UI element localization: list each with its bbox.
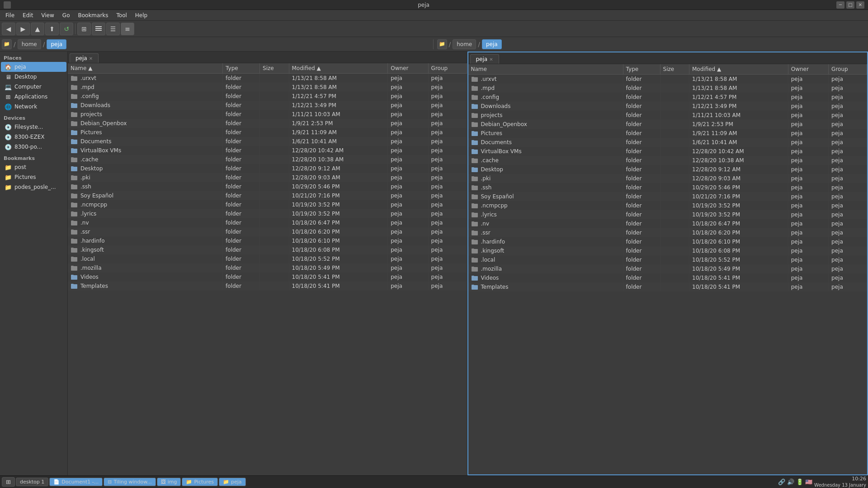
forward-button[interactable]: ▶ — [16, 23, 30, 35]
table-row[interactable]: projects folder 1/11/21 10:03 AM peja pe… — [468, 111, 867, 120]
table-row[interactable]: .cache folder 12/28/20 10:38 AM peja pej… — [468, 156, 867, 165]
menu-go[interactable]: Go — [59, 11, 74, 19]
left-col-modified[interactable]: Modified ▲ — [289, 63, 388, 74]
menu-tool[interactable]: Tool — [113, 11, 131, 19]
table-row[interactable]: .mozilla folder 10/18/20 5:49 PM peja pe… — [468, 264, 867, 273]
compact-view-button[interactable]: ≡ — [121, 23, 134, 35]
menu-bookmarks[interactable]: Bookmarks — [74, 11, 112, 19]
right-tab-peja[interactable]: peja ✕ — [470, 54, 499, 64]
sidebar-item-filesystem[interactable]: 💿 Filesyste... — [1, 122, 66, 132]
sidebar-item-peja[interactable]: 🏠 peja — [1, 62, 66, 72]
table-row[interactable]: Templates folder 10/18/20 5:41 PM peja p… — [468, 282, 867, 291]
left-home-btn[interactable]: home — [18, 39, 41, 49]
table-row[interactable]: Documents folder 1/6/21 10:41 AM peja pe… — [468, 138, 867, 147]
table-row[interactable]: .lyrics folder 10/19/20 3:52 PM peja pej… — [68, 209, 467, 218]
table-row[interactable]: Pictures folder 1/9/21 11:09 AM peja pej… — [68, 128, 467, 137]
taskbar-img[interactable]: 🖼 img — [157, 478, 181, 486]
table-row[interactable]: .lyrics folder 10/19/20 3:52 PM peja pej… — [468, 210, 867, 219]
taskbar-app-menu[interactable]: ⊞ — [2, 477, 15, 487]
taskbar-peja[interactable]: 📁 peja — [219, 478, 246, 486]
right-col-modified[interactable]: Modified ▲ — [689, 64, 788, 75]
home-button[interactable]: ⬆ — [45, 23, 59, 35]
menu-help[interactable]: Help — [132, 11, 151, 19]
sidebar-item-computer[interactable]: 💻 Computer — [1, 82, 66, 92]
table-row[interactable]: .ssr folder 10/18/20 6:20 PM peja peja — [468, 228, 867, 237]
table-row[interactable]: .kingsoft folder 10/18/20 6:08 PM peja p… — [468, 246, 867, 255]
left-col-type[interactable]: Type — [223, 63, 260, 74]
sidebar-item-podes[interactable]: 📁 podes_posle_... — [1, 182, 66, 192]
table-row[interactable]: Pictures folder 1/9/21 11:09 AM peja pej… — [468, 129, 867, 138]
sidebar-item-pictures-bookmark[interactable]: 📁 Pictures — [1, 172, 66, 182]
table-row[interactable]: .nv folder 10/18/20 6:47 PM peja peja — [468, 219, 867, 228]
table-row[interactable]: .urxvt folder 1/13/21 8:58 AM peja peja — [68, 74, 467, 83]
sidebar-item-8300ezex[interactable]: 💿 8300-EZEX — [1, 132, 66, 142]
left-col-name[interactable]: Name ▲ — [68, 63, 223, 74]
right-col-owner[interactable]: Owner — [788, 64, 828, 75]
table-row[interactable]: VirtualBox VMs folder 12/28/20 10:42 AM … — [468, 147, 867, 156]
table-row[interactable]: Templates folder 10/18/20 5:41 PM peja p… — [68, 282, 467, 291]
table-row[interactable]: .config folder 1/12/21 4:57 PM peja peja — [468, 93, 867, 102]
table-row[interactable]: .urxvt folder 1/13/21 8:58 AM peja peja — [468, 75, 867, 84]
sidebar-item-applications[interactable]: ⊞ Applications — [1, 92, 66, 102]
table-row[interactable]: .ssr folder 10/18/20 6:20 PM peja peja — [68, 227, 467, 236]
table-row[interactable]: .cache folder 12/28/20 10:38 AM peja pej… — [68, 155, 467, 164]
menu-edit[interactable]: Edit — [19, 11, 37, 19]
taskbar-desktop1[interactable]: desktop 1 — [16, 478, 48, 486]
table-row[interactable]: .config folder 1/12/21 4:57 PM peja peja — [68, 92, 467, 101]
taskbar-pictures[interactable]: 📁 Pictures — [182, 478, 218, 486]
list-view-button[interactable]: ☰ — [106, 23, 120, 35]
table-row[interactable]: Desktop folder 12/28/20 9:12 AM peja pej… — [468, 165, 867, 174]
taskbar-document1[interactable]: 📄 Document1 -... — [49, 478, 103, 486]
refresh-button[interactable]: ↺ — [60, 23, 73, 35]
right-tab-close[interactable]: ✕ — [489, 57, 493, 62]
table-row[interactable]: Desktop folder 12/28/20 9:12 AM peja pej… — [68, 164, 467, 173]
left-col-owner[interactable]: Owner — [388, 63, 428, 74]
right-col-type[interactable]: Type — [623, 64, 660, 75]
table-row[interactable]: projects folder 1/11/21 10:03 AM peja pe… — [68, 110, 467, 119]
sidebar-item-post[interactable]: 📁 post — [1, 162, 66, 172]
right-col-name[interactable]: Name — [468, 64, 623, 75]
left-col-size[interactable]: Size — [260, 63, 289, 74]
table-row[interactable]: .pki folder 12/28/20 9:03 AM peja peja — [68, 173, 467, 182]
up-button[interactable]: ▲ — [31, 23, 44, 35]
table-row[interactable]: Downloads folder 1/12/21 3:49 PM peja pe… — [68, 101, 467, 110]
close-button[interactable]: ✕ — [856, 1, 864, 9]
left-col-group[interactable]: Group — [428, 63, 467, 74]
minimize-button[interactable]: ─ — [836, 1, 844, 9]
table-row[interactable]: .ncmpcpp folder 10/19/20 3:52 PM peja pe… — [468, 201, 867, 210]
table-row[interactable]: Videos folder 10/18/20 5:41 PM peja peja — [468, 273, 867, 282]
maximize-button[interactable]: □ — [846, 1, 854, 9]
table-row[interactable]: Downloads folder 1/12/21 3:49 PM peja pe… — [468, 102, 867, 111]
menu-view[interactable]: View — [38, 11, 57, 19]
table-row[interactable]: Videos folder 10/18/20 5:41 PM peja peja — [68, 272, 467, 282]
right-col-size[interactable]: Size — [660, 64, 689, 75]
table-row[interactable]: .local folder 10/18/20 5:52 PM peja peja — [68, 254, 467, 263]
right-col-group[interactable]: Group — [829, 64, 867, 75]
left-tab-close[interactable]: ✕ — [89, 56, 93, 61]
table-row[interactable]: .ncmpcpp folder 10/19/20 3:52 PM peja pe… — [68, 200, 467, 209]
table-row[interactable]: .ssh folder 10/29/20 5:46 PM peja peja — [468, 183, 867, 192]
right-home-btn[interactable]: home — [453, 39, 476, 49]
table-row[interactable]: VirtualBox VMs folder 12/28/20 10:42 AM … — [68, 146, 467, 155]
table-row[interactable]: .hardinfo folder 10/18/20 6:10 PM peja p… — [468, 237, 867, 246]
table-row[interactable]: Soy Español folder 10/21/20 7:16 PM peja… — [468, 192, 867, 201]
back-button[interactable]: ◀ — [2, 23, 15, 35]
table-row[interactable]: .mpd folder 1/13/21 8:58 AM peja peja — [68, 83, 467, 92]
table-row[interactable]: .pki folder 12/28/20 9:03 AM peja peja — [468, 174, 867, 183]
taskbar-tiling[interactable]: ⊟ Tiling window... — [104, 478, 156, 486]
grid-view-button[interactable]: ⊞ — [77, 23, 91, 35]
table-row[interactable]: Documents folder 1/6/21 10:41 AM peja pe… — [68, 137, 467, 146]
sidebar-item-8300po[interactable]: 💿 8300-po... — [1, 142, 66, 152]
table-row[interactable]: .local folder 10/18/20 5:52 PM peja peja — [468, 255, 867, 264]
left-current-btn[interactable]: peja — [47, 39, 66, 49]
sidebar-item-desktop[interactable]: 🖥 Desktop — [1, 72, 66, 82]
sidebar-item-network[interactable]: 🌐 Network — [1, 102, 66, 112]
table-row[interactable]: .ssh folder 10/29/20 5:46 PM peja peja — [68, 182, 467, 191]
details-button[interactable] — [92, 23, 105, 35]
table-row[interactable]: Soy Español folder 10/21/20 7:16 PM peja… — [68, 191, 467, 200]
menu-file[interactable]: File — [2, 11, 18, 19]
table-row[interactable]: .mozilla folder 10/18/20 5:49 PM peja pe… — [68, 263, 467, 272]
table-row[interactable]: .mpd folder 1/13/21 8:58 AM peja peja — [468, 84, 867, 93]
table-row[interactable]: .nv folder 10/18/20 6:47 PM peja peja — [68, 218, 467, 227]
table-row[interactable]: .hardinfo folder 10/18/20 6:10 PM peja p… — [68, 236, 467, 245]
